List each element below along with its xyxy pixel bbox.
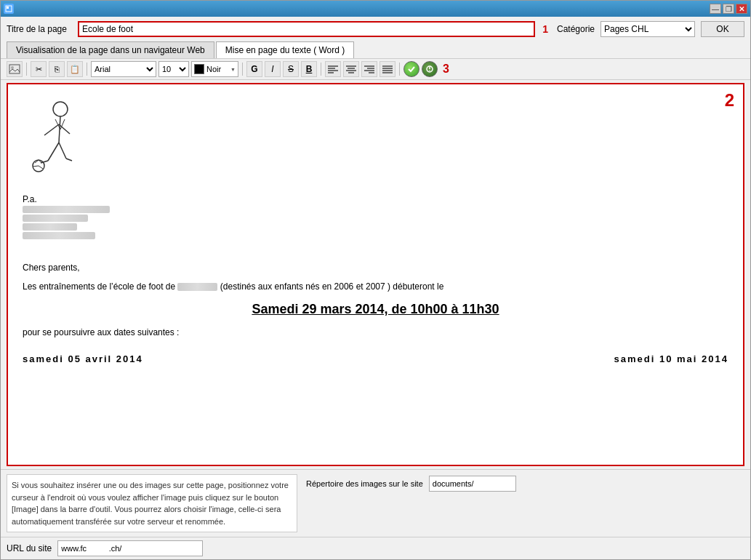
tab-bar: Visualisation de la page dans un navigat… bbox=[1, 41, 750, 58]
address-line-2 bbox=[23, 215, 88, 222]
color-select[interactable]: Noir bbox=[191, 61, 238, 77]
image-button[interactable] bbox=[7, 61, 23, 77]
toolbar: ✂ ⎘ 📋 Arial 10 Noir G I S B bbox=[1, 58, 750, 80]
underline-button[interactable]: B bbox=[301, 61, 317, 77]
close-button[interactable]: ✕ bbox=[736, 4, 747, 14]
window-controls: — ❐ ✕ bbox=[710, 4, 747, 14]
title-row: Titre de la page 1 Catégorie Pages CHL O… bbox=[1, 17, 750, 41]
url-label: URL du site bbox=[7, 543, 52, 553]
editor-area[interactable]: 2 bbox=[7, 83, 744, 466]
address-line-4 bbox=[23, 232, 95, 239]
strikethrough-button[interactable]: S bbox=[283, 61, 299, 77]
svg-point-23 bbox=[53, 102, 68, 116]
soccer-figure bbox=[23, 99, 728, 191]
date-highlight: Samedi 29 mars 2014, de 10h00 à 11h30 bbox=[23, 302, 728, 317]
sep-5 bbox=[399, 63, 400, 76]
sep-1 bbox=[26, 63, 27, 76]
greeting: Chers parents, bbox=[23, 261, 728, 274]
letter-body: Chers parents, Les entraînements de l’éc… bbox=[23, 261, 728, 364]
svg-line-27 bbox=[48, 143, 59, 161]
sep-4 bbox=[321, 63, 321, 76]
align-justify-button[interactable] bbox=[379, 61, 395, 77]
marker-3: 3 bbox=[443, 63, 449, 76]
cut-button[interactable]: ✂ bbox=[31, 61, 47, 77]
repertoire-input[interactable] bbox=[429, 476, 516, 492]
svg-rect-2 bbox=[9, 65, 20, 73]
tab-word[interactable]: Mise en page du texte ( Word ) bbox=[216, 41, 355, 59]
para2: pour se poursuivre aux dates suivantes : bbox=[23, 326, 728, 339]
url-row: URL du site bbox=[1, 537, 750, 559]
align-right-button[interactable] bbox=[361, 61, 377, 77]
titre-label: Titre de la page bbox=[7, 24, 72, 34]
info-right: Répertoire des images sur le site bbox=[306, 474, 744, 492]
copy-button[interactable]: ⎘ bbox=[49, 61, 65, 77]
para1: Les entraînements de l’école de foot de … bbox=[23, 280, 728, 293]
svg-line-28 bbox=[59, 143, 66, 159]
blurred-name bbox=[177, 283, 217, 291]
dark-circle-button[interactable] bbox=[422, 61, 438, 77]
size-select[interactable]: 10 bbox=[158, 61, 189, 77]
categorie-label: Catégorie bbox=[557, 24, 595, 34]
titre-input[interactable] bbox=[78, 21, 535, 37]
editor-content: P.a. Chers parents, Les entraînements de… bbox=[8, 84, 743, 379]
categorie-select[interactable]: Pages CHL bbox=[601, 21, 695, 37]
minimize-button[interactable]: — bbox=[710, 4, 721, 14]
sep-3 bbox=[242, 63, 243, 76]
address-line-1 bbox=[23, 206, 110, 213]
info-text: Si vous souhaitez insérer une ou des ima… bbox=[7, 474, 297, 532]
bottom-info: Si vous souhaitez insérer une ou des ima… bbox=[1, 469, 750, 537]
green-circle-button[interactable] bbox=[403, 61, 419, 77]
repertoire-label: Répertoire des images sur le site bbox=[306, 479, 423, 488]
restore-button[interactable]: ❐ bbox=[723, 4, 734, 14]
app-icon bbox=[4, 4, 14, 14]
svg-line-25 bbox=[44, 124, 59, 135]
main-window: — ❐ ✕ Titre de la page 1 Catégorie Pages… bbox=[0, 0, 751, 560]
titlebar: — ❐ ✕ bbox=[1, 1, 750, 17]
main-content: Titre de la page 1 Catégorie Pages CHL O… bbox=[1, 17, 750, 559]
align-center-button[interactable] bbox=[343, 61, 359, 77]
date-2: samedi 10 mai 2014 bbox=[614, 353, 728, 364]
address-line-3 bbox=[23, 223, 77, 231]
svg-rect-1 bbox=[7, 7, 9, 9]
paste-button[interactable]: 📋 bbox=[67, 61, 83, 77]
marker-1: 1 bbox=[542, 23, 548, 35]
address-pa: P.a. bbox=[23, 194, 728, 204]
ok-button[interactable]: OK bbox=[701, 21, 744, 37]
url-input[interactable] bbox=[57, 540, 203, 556]
font-select[interactable]: Arial bbox=[91, 61, 156, 77]
svg-point-22 bbox=[429, 70, 430, 71]
address-block: P.a. bbox=[23, 194, 728, 239]
color-label: Noir bbox=[206, 65, 221, 73]
svg-line-30 bbox=[66, 159, 72, 161]
sep-2 bbox=[87, 63, 87, 76]
tab-visualisation[interactable]: Visualisation de la page dans un navigat… bbox=[7, 41, 214, 58]
date-1: samedi 05 avril 2014 bbox=[23, 353, 143, 364]
bold-button[interactable]: G bbox=[246, 61, 262, 77]
titlebar-left bbox=[4, 4, 14, 14]
italic-button[interactable]: I bbox=[265, 61, 281, 77]
dates-row: samedi 05 avril 2014 samedi 10 mai 2014 bbox=[23, 353, 728, 364]
align-left-button[interactable] bbox=[325, 61, 341, 77]
color-swatch bbox=[194, 64, 204, 74]
